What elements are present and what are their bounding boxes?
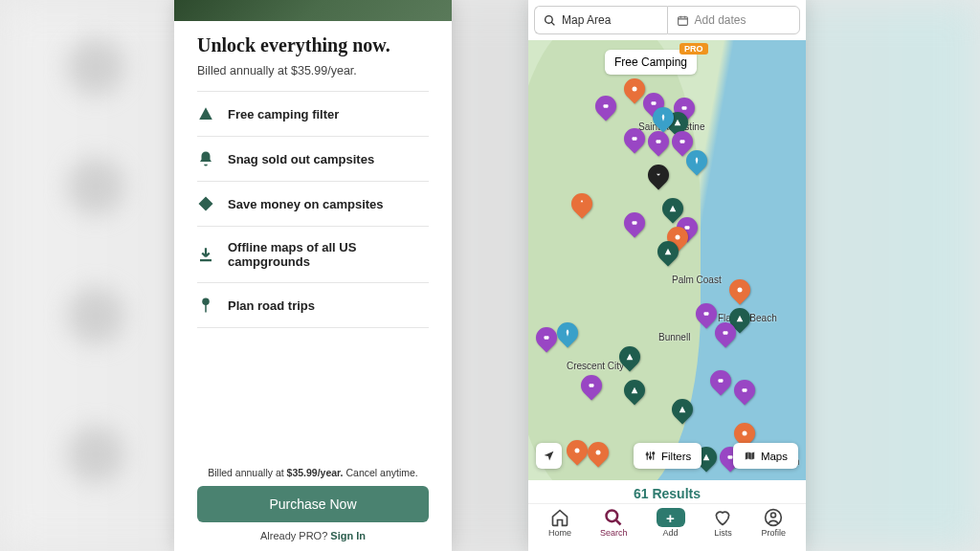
feature-road-trips: Plan road trips [197, 283, 429, 328]
svg-point-2 [546, 15, 553, 23]
svg-point-27 [653, 452, 655, 454]
svg-rect-17 [545, 336, 549, 339]
sign-in-link[interactable]: Sign In [330, 530, 366, 541]
svg-point-26 [649, 456, 651, 458]
svg-point-21 [743, 431, 747, 436]
home-icon [550, 508, 569, 527]
tab-search[interactable]: Search [600, 508, 628, 538]
svg-rect-8 [633, 137, 637, 140]
svg-rect-16 [724, 331, 728, 334]
already-pro-text: Already PRO? Sign In [197, 530, 429, 541]
search-text: Map Area [562, 13, 611, 27]
feature-offline-maps: Offline maps of all US campgrounds [197, 227, 429, 283]
tab-label: Home [548, 528, 571, 538]
maps-icon [744, 450, 756, 462]
svg-rect-1 [205, 304, 207, 313]
svg-point-14 [738, 288, 743, 293]
tab-add[interactable]: + Add [657, 508, 685, 538]
tab-label: Lists [714, 528, 732, 538]
tab-home[interactable]: Home [548, 508, 571, 538]
feature-save-money: Save money on campsites [197, 182, 429, 227]
search-icon [544, 14, 556, 27]
map-area-search[interactable]: Map Area [534, 6, 667, 34]
svg-point-22 [575, 449, 580, 453]
svg-rect-11 [633, 221, 637, 224]
feature-sold-out: Snag sold out campsites [197, 137, 429, 182]
promo-subtitle: Billed annually at $35.99/year. [197, 64, 429, 77]
svg-rect-18 [590, 384, 594, 386]
map-pin[interactable] [705, 365, 735, 395]
map-screen: Map Area Add dates Free Camping PRO Sain… [528, 0, 806, 551]
dates-placeholder: Add dates [695, 13, 746, 27]
heart-icon [713, 508, 732, 527]
svg-point-28 [607, 511, 618, 522]
feature-label: Plan road trips [228, 298, 315, 313]
search-icon [604, 508, 623, 527]
filters-button[interactable]: Filters [634, 443, 702, 469]
pro-badge: PRO [679, 43, 708, 55]
svg-point-4 [633, 87, 637, 92]
locate-button[interactable] [536, 443, 562, 469]
svg-rect-12 [685, 226, 690, 229]
feature-label: Save money on campsites [228, 197, 384, 211]
svg-rect-5 [604, 104, 609, 107]
results-count[interactable]: 61 Results [528, 480, 806, 503]
locate-icon [543, 450, 555, 462]
feature-label: Free camping filter [228, 107, 339, 121]
tab-label: Add [662, 528, 678, 538]
tag-icon [197, 195, 214, 212]
feature-label: Snag sold out campsites [228, 152, 374, 166]
tab-lists[interactable]: Lists [713, 508, 732, 538]
svg-rect-20 [743, 388, 747, 391]
hero-image [174, 0, 452, 21]
filters-icon [644, 450, 657, 462]
fine-print: Billed annually at $35.99/year. Cancel a… [197, 467, 429, 478]
svg-rect-10 [680, 140, 685, 143]
bell-icon [197, 150, 214, 167]
feature-free-camping: Free camping filter [197, 92, 429, 137]
svg-rect-19 [719, 379, 724, 382]
svg-point-25 [646, 453, 648, 455]
map-canvas[interactable]: Free Camping PRO Saint Augustine Palm Co… [528, 40, 806, 480]
svg-point-23 [596, 451, 601, 455]
calendar-icon [677, 14, 689, 27]
maps-label: Maps [761, 451, 788, 462]
tab-label: Profile [761, 528, 786, 538]
svg-rect-24 [728, 455, 733, 458]
svg-rect-9 [657, 140, 661, 143]
svg-rect-6 [652, 101, 657, 104]
city-label: Bunnell [658, 332, 690, 342]
svg-point-30 [771, 513, 776, 518]
maps-button[interactable]: Maps [733, 443, 798, 469]
download-icon [197, 246, 214, 263]
svg-rect-15 [704, 312, 709, 315]
feature-label: Offline maps of all US campgrounds [228, 240, 429, 269]
tab-bar: Home Search + Add Lists Profile [528, 503, 806, 543]
promo-title: Unlock everything now. [197, 34, 429, 56]
svg-point-13 [676, 235, 680, 240]
city-label: Crescent City [567, 361, 624, 371]
profile-icon [764, 508, 783, 527]
pin-icon [197, 297, 214, 314]
map-pin[interactable] [724, 275, 754, 304]
promo-screen: Unlock everything now. Billed annually a… [174, 0, 452, 551]
plus-icon: + [657, 508, 685, 527]
tab-label: Search [600, 528, 628, 538]
svg-rect-7 [682, 106, 687, 109]
map-pin[interactable] [729, 375, 759, 405]
tab-profile[interactable]: Profile [761, 508, 786, 538]
filters-label: Filters [661, 451, 691, 462]
dates-input[interactable]: Add dates [667, 6, 801, 34]
tent-icon [197, 105, 214, 122]
svg-rect-3 [678, 16, 687, 25]
purchase-button[interactable]: Purchase Now [197, 486, 429, 522]
city-label: Palm Coast [672, 275, 722, 285]
